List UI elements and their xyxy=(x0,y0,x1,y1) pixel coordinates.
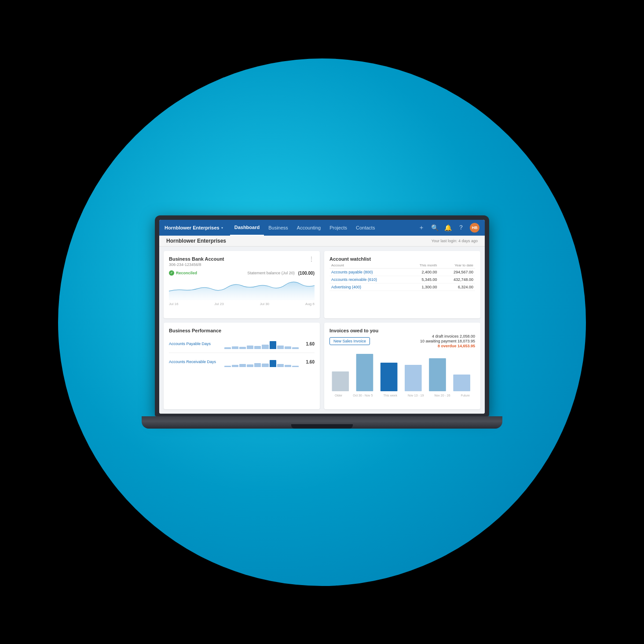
sparkline-chart xyxy=(169,278,315,300)
watchlist-month-1: 2,400.00 xyxy=(406,269,439,276)
background-circle: Hornblower Enterprises ▾ Dashboard Busin… xyxy=(58,58,586,586)
mini-bar xyxy=(239,364,246,367)
watchlist-account-3[interactable]: Advertising (400) xyxy=(329,284,406,291)
table-row: Accounts payable (800) 2,400.00 294,567.… xyxy=(329,269,475,276)
watchlist-ytd-3: 6,324.00 xyxy=(439,284,475,291)
laptop-base xyxy=(142,416,502,429)
subheader: Hornblower Enterprises Your last login: … xyxy=(159,236,485,247)
avatar[interactable]: HB xyxy=(470,223,479,233)
mini-bar xyxy=(254,346,261,349)
bar-label-thisweek: This week xyxy=(384,394,398,397)
overdue-stat: 8 overdue 14,653.95 xyxy=(420,344,475,348)
perf-value-1: 1.60 xyxy=(301,342,315,346)
invoice-bar-chart: Older Oct 30 - Nov 5 This week Nov 13 - … xyxy=(329,352,475,397)
awaiting-amount: 18,073.95 xyxy=(457,339,475,343)
perf-value-2: 1.60 xyxy=(301,360,315,364)
last-login: Your last login: 4 days ago xyxy=(432,239,478,243)
nav-actions: ＋ 🔍 🔔 ？ HB xyxy=(417,223,479,233)
watchlist-title: Account watchlist xyxy=(329,256,475,262)
svg-rect-3 xyxy=(405,365,422,391)
org-name[interactable]: Hornblower Enterprises xyxy=(165,225,220,230)
mini-bar xyxy=(277,364,284,367)
notifications-icon[interactable]: 🔔 xyxy=(443,223,452,232)
mini-bar xyxy=(247,346,253,349)
help-icon[interactable]: ？ xyxy=(457,223,465,232)
watchlist-ytd-1: 294,567.00 xyxy=(439,269,475,276)
watchlist-account-2[interactable]: Accounts receivable (610) xyxy=(329,276,406,284)
chart-label-3: Jul 30 xyxy=(260,302,269,306)
mini-bar xyxy=(262,345,268,349)
mini-bar-chart-2 xyxy=(224,357,299,367)
nav-links: Dashboard Business Accounting Projects C… xyxy=(230,220,417,236)
nav-projects[interactable]: Projects xyxy=(325,220,351,236)
balance-amount: (100.00) xyxy=(298,271,315,276)
watchlist-table: Account This month Year to date Accounts… xyxy=(329,262,475,291)
mini-bar-chart-1 xyxy=(224,338,299,349)
reconciled-badge: ✓ Reconciled xyxy=(169,270,197,276)
bar-label-nov13: Nov 13 - 19 xyxy=(408,394,424,397)
svg-rect-0 xyxy=(332,371,349,391)
nav-contacts[interactable]: Contacts xyxy=(351,220,379,236)
chart-label-4: Aug 6 xyxy=(305,302,315,306)
svg-rect-5 xyxy=(453,375,470,391)
perf-label-1[interactable]: Accounts Payable Days xyxy=(169,342,222,346)
bar-label-nov20: Nov 20 - 26 xyxy=(434,394,450,397)
watchlist-ytd-2: 432,748.00 xyxy=(439,276,475,284)
watchlist-col-ytd: Year to date xyxy=(439,262,475,269)
nav-business[interactable]: Business xyxy=(264,220,293,236)
mini-bar xyxy=(262,364,268,367)
bank-account-title: Business Bank Account xyxy=(169,256,315,262)
mini-bar xyxy=(232,365,238,367)
invoices-title: Invoices owed to you xyxy=(329,328,475,333)
mini-bar-highlight xyxy=(270,360,276,367)
awaiting-count: 10 awaiting payment xyxy=(420,339,457,343)
mini-bar xyxy=(292,347,299,349)
watchlist-account-1[interactable]: Accounts payable (800) xyxy=(329,269,406,276)
perf-row-1: Accounts Payable Days xyxy=(169,338,315,353)
perf-label-2[interactable]: Accounts Receivable Days xyxy=(169,360,222,364)
mini-bar xyxy=(224,347,231,349)
mini-bar xyxy=(239,347,246,349)
bank-card-menu[interactable]: ⋮ xyxy=(308,256,315,262)
mini-bar xyxy=(254,363,261,367)
draft-count: 4 draft invoices xyxy=(432,334,459,338)
add-icon[interactable]: ＋ xyxy=(417,223,426,232)
mini-bar xyxy=(232,346,238,349)
mini-bar xyxy=(285,365,291,367)
perf-row-2: Accounts Receivable Days xyxy=(169,357,315,371)
draft-stat: 4 draft invoices 2,058.00 xyxy=(420,334,475,338)
new-sales-invoice-button[interactable]: New Sales Invoice xyxy=(329,337,370,345)
svg-rect-4 xyxy=(429,358,446,391)
reconciled-row: ✓ Reconciled Statement balance (Jul 20) … xyxy=(169,270,315,276)
bank-account-card: ⋮ Business Bank Account 306-234-123456/8… xyxy=(164,251,320,318)
org-selector[interactable]: Hornblower Enterprises ▾ xyxy=(165,225,223,230)
mini-bar-highlight xyxy=(270,341,276,349)
draft-amount: 2,058.00 xyxy=(460,334,475,338)
reconciled-label: Reconciled xyxy=(176,271,197,275)
laptop-screen-inner: Hornblower Enterprises ▾ Dashboard Busin… xyxy=(159,220,485,414)
search-icon[interactable]: 🔍 xyxy=(430,223,439,232)
chart-label-1: Jul 16 xyxy=(169,302,178,306)
svg-rect-1 xyxy=(356,354,373,391)
chart-labels: Jul 16 Jul 23 Jul 30 Aug 6 xyxy=(169,302,315,306)
watchlist-col-this-month: This month xyxy=(406,262,439,269)
table-row: Advertising (400) 1,300.00 6,324.00 xyxy=(329,284,475,291)
overdue-amount: 14,653.95 xyxy=(457,344,475,348)
laptop: Hornblower Enterprises ▾ Dashboard Busin… xyxy=(150,215,494,429)
invoice-stats: 4 draft invoices 2,058.00 10 awaiting pa… xyxy=(420,334,475,348)
mini-bar xyxy=(224,366,231,367)
mini-bar xyxy=(247,364,253,367)
laptop-screen-outer: Hornblower Enterprises ▾ Dashboard Busin… xyxy=(155,215,489,416)
chart-label-2: Jul 23 xyxy=(214,302,223,306)
bar-chart-labels: Older Oct 30 - Nov 5 This week Nov 13 - … xyxy=(329,394,475,397)
nav-accounting[interactable]: Accounting xyxy=(293,220,325,236)
watchlist-month-3: 1,300.00 xyxy=(406,284,439,291)
table-row: Accounts receivable (610) 5,345.00 432,7… xyxy=(329,276,475,284)
dashboard-content: ⋮ Business Bank Account 306-234-123456/8… xyxy=(159,247,485,414)
performance-title: Business Performance xyxy=(169,328,315,333)
top-nav: Hornblower Enterprises ▾ Dashboard Busin… xyxy=(159,220,485,236)
nav-dashboard[interactable]: Dashboard xyxy=(230,220,264,236)
watchlist-col-account: Account xyxy=(329,262,406,269)
org-dropdown-icon[interactable]: ▾ xyxy=(221,226,223,230)
bar-label-older: Older xyxy=(335,394,342,397)
